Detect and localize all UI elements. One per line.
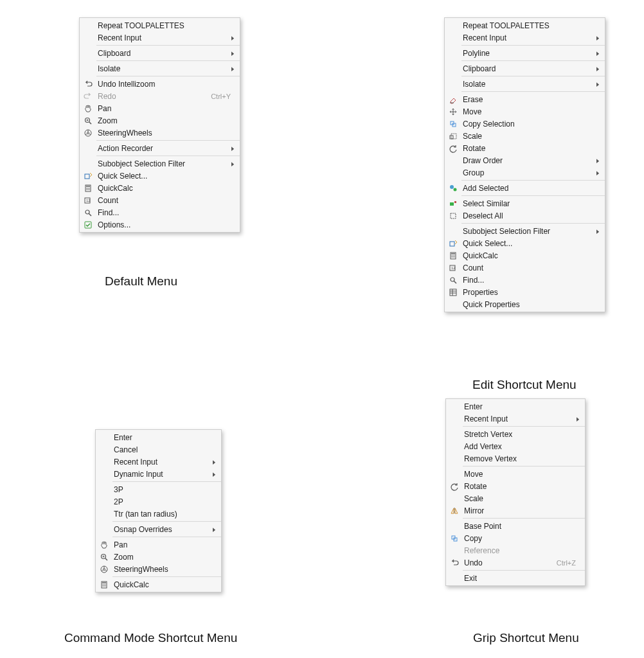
- menu-item-add-vertex[interactable]: Add Vertex: [446, 440, 585, 452]
- menu-item-quickcalc[interactable]: QuickCalc: [445, 249, 605, 262]
- menu-item-draw-order[interactable]: Draw Order▶: [445, 154, 605, 166]
- menu-item-erase[interactable]: Erase: [445, 93, 605, 105]
- menu-item-shortcut: Ctrl+Y: [211, 93, 236, 100]
- menu-separator: [461, 195, 605, 196]
- menu-item-action-recorder[interactable]: Action Recorder▶: [80, 142, 240, 154]
- blank-icon-slot: [97, 496, 111, 508]
- menu-item-undo[interactable]: UndoCtrl+Z: [446, 556, 585, 569]
- menu-item-recent-input[interactable]: Recent Input▶: [80, 31, 240, 44]
- menu-item-move[interactable]: Move: [446, 468, 585, 480]
- menu-item-remove-vertex[interactable]: Remove Vertex: [446, 452, 585, 465]
- menu-item-reference[interactable]: Reference: [446, 544, 585, 556]
- menu-item-3p[interactable]: 3P: [96, 483, 221, 495]
- menu-item-quickcalc[interactable]: QuickCalc: [80, 182, 240, 194]
- svg-rect-33: [454, 201, 456, 203]
- menu-item-undo-intellizoom[interactable]: Undo Intellizoom: [80, 78, 240, 90]
- menu-item-properties[interactable]: Properties: [445, 286, 605, 298]
- desel-icon-slot: [446, 210, 460, 222]
- menu-item-repeat-toolpalettes[interactable]: Repeat TOOLPALETTES: [80, 19, 240, 31]
- menu-item-pan[interactable]: Pan: [96, 538, 221, 551]
- erase-icon: [449, 95, 458, 104]
- menu-item-subobject-selection-filter[interactable]: Subobject Selection Filter▶: [80, 157, 240, 170]
- menu-item-select-similar[interactable]: Select Similar: [445, 197, 605, 209]
- menu-item-add-selected[interactable]: Add Selected: [445, 182, 605, 194]
- menu-item-polyline[interactable]: Polyline▶: [445, 47, 605, 59]
- menu-item-label: Move: [461, 470, 581, 479]
- menu-item-label: Subobject Selection Filter: [95, 159, 229, 168]
- menu-item-subobject-selection-filter[interactable]: Subobject Selection Filter▶: [445, 225, 605, 237]
- menu-item-zoom[interactable]: Zoom: [96, 551, 221, 563]
- menu-separator: [112, 481, 221, 482]
- blank-icon-slot: [81, 20, 95, 31]
- menu-item-ttr-tan-tan-radius[interactable]: Ttr (tan tan radius): [96, 508, 221, 520]
- menu-item-steeringwheels[interactable]: SteeringWheels: [96, 563, 221, 575]
- scale-icon-slot: [446, 130, 460, 142]
- menu-item-find[interactable]: Find...: [445, 274, 605, 286]
- menu-item-stretch-vertex[interactable]: Stretch Vertex: [446, 428, 585, 440]
- menu-item-quick-properties[interactable]: Quick Properties: [445, 298, 605, 310]
- menu-item-enter[interactable]: Enter: [96, 431, 221, 443]
- steeringwheel-icon: [100, 565, 109, 574]
- svg-point-5: [87, 132, 89, 134]
- select-similar-icon: [449, 199, 458, 208]
- calc-icon: [100, 580, 109, 589]
- menu-item-osnap-overrides[interactable]: Osnap Overrides▶: [96, 523, 221, 535]
- menu-item-enter[interactable]: Enter: [446, 400, 585, 413]
- menu-item-mirror[interactable]: Mirror: [446, 504, 585, 517]
- menu-separator: [463, 466, 585, 467]
- menu-item-scale[interactable]: Scale: [445, 130, 605, 142]
- menu-item-quickcalc[interactable]: QuickCalc: [96, 578, 221, 591]
- svg-rect-37: [451, 253, 455, 254]
- menu-item-dynamic-input[interactable]: Dynamic Input▶: [96, 468, 221, 480]
- menu-item-quick-select[interactable]: Quick Select...: [445, 237, 605, 249]
- menu-item-label: Reference: [461, 546, 581, 555]
- blank-icon-slot: [447, 453, 461, 465]
- menu-separator: [461, 223, 605, 224]
- svg-text:12: 12: [86, 199, 91, 202]
- chevron-right-icon: ▶: [596, 81, 600, 87]
- rotate-icon: [449, 144, 458, 153]
- menu-item-copy[interactable]: Copy: [446, 532, 585, 544]
- menu-item-label: Cancel: [111, 445, 217, 454]
- menu-item-clipboard[interactable]: Clipboard▶: [445, 62, 605, 75]
- menu-item-label: Add Selected: [460, 184, 601, 193]
- menu-item-recent-input[interactable]: Recent Input▶: [96, 456, 221, 468]
- count-icon-slot: 12: [81, 195, 95, 206]
- menu-item-count[interactable]: 12Count: [80, 194, 240, 206]
- undo-icon: [450, 558, 459, 567]
- command-menu-caption: Command Mode Shortcut Menu: [64, 631, 237, 645]
- menu-item-recent-input[interactable]: Recent Input▶: [446, 413, 585, 425]
- menu-item-label: Action Recorder: [95, 144, 229, 153]
- menu-item-pan[interactable]: Pan: [80, 102, 240, 114]
- menu-item-label: Undo: [461, 558, 557, 567]
- menu-item-repeat-toolpalettes[interactable]: Repeat TOOLPALETTES: [445, 19, 605, 31]
- menu-item-rotate[interactable]: Rotate: [445, 142, 605, 154]
- menu-item-steeringwheels[interactable]: SteeringWheels: [80, 127, 240, 139]
- menu-item-base-point[interactable]: Base Point: [446, 520, 585, 532]
- menu-item-move[interactable]: Move: [445, 105, 605, 118]
- menu-item-2p[interactable]: 2P: [96, 495, 221, 508]
- menu-item-recent-input[interactable]: Recent Input▶: [445, 31, 605, 44]
- svg-point-57: [103, 568, 105, 570]
- addsel-icon-slot: [446, 182, 460, 194]
- menu-item-group[interactable]: Group▶: [445, 166, 605, 179]
- menu-item-redo[interactable]: RedoCtrl+Y: [80, 90, 240, 102]
- menu-item-deselect-all[interactable]: Deselect All: [445, 209, 605, 222]
- menu-item-options[interactable]: Options...: [80, 218, 240, 231]
- menu-item-zoom[interactable]: Zoom: [80, 114, 240, 127]
- menu-item-rotate[interactable]: Rotate: [446, 480, 585, 492]
- count-icon-slot: 12: [446, 262, 460, 274]
- menu-item-scale[interactable]: Scale: [446, 492, 585, 504]
- menu-item-cancel[interactable]: Cancel: [96, 443, 221, 456]
- menu-item-count[interactable]: 12Count: [445, 262, 605, 274]
- menu-item-copy-selection[interactable]: Copy Selection: [445, 118, 605, 130]
- menu-item-find[interactable]: Find...: [80, 206, 240, 218]
- menu-item-exit[interactable]: Exit: [446, 572, 585, 584]
- menu-separator: [112, 521, 221, 522]
- menu-item-quick-select[interactable]: Quick Select...: [80, 170, 240, 182]
- menu-item-label: Polyline: [460, 49, 595, 58]
- menu-item-clipboard[interactable]: Clipboard▶: [80, 47, 240, 59]
- menu-item-isolate[interactable]: Isolate▶: [445, 78, 605, 90]
- svg-point-42: [452, 256, 453, 257]
- menu-item-isolate[interactable]: Isolate▶: [80, 62, 240, 75]
